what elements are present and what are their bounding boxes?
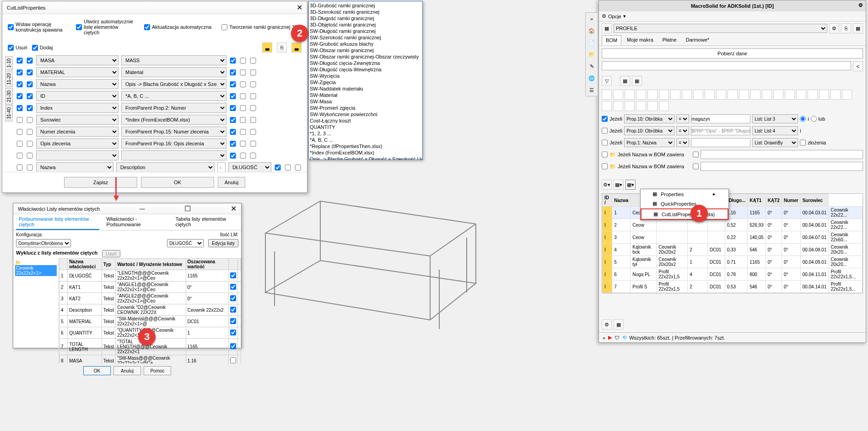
toolbar-icon[interactable] [762,90,772,100]
ctx-quickproperties[interactable]: ▦QuickProperties [641,199,728,208]
proplist-item[interactable]: *1, 2, 3 ... [310,130,421,137]
search-go-icon[interactable]: < [853,61,863,71]
row-name-select[interactable]: Nazwa [36,162,113,172]
list-icon[interactable]: ☰ [586,84,598,96]
tool-icon-2[interactable]: ⎘ [277,43,287,53]
row-chk[interactable] [230,330,236,335]
row-chk4[interactable] [239,81,247,87]
row-value-select[interactable]: FromParent Prop.2: Numer [121,103,226,113]
row-chk2[interactable] [26,58,33,64]
ms-title-bar[interactable]: MacroSolid for ADKSolid (1st.) [ID] ⚙ [599,0,866,11]
table-row[interactable]: 5MATERIALTekst"SW-Material@@@Ceownik 22x… [59,316,241,327]
row-chk5[interactable] [249,58,257,64]
row-chk4[interactable] [239,69,247,75]
toolbar-icon[interactable] [625,90,635,100]
row-value-select[interactable] [121,150,226,160]
table-row[interactable]: 2KĄT1Tekst"ANGLE1@@@Ceownik 22x22x2<1>@C… [59,282,241,293]
table-row[interactable]: 4DescriptionTekstCeownik "D2@Ceownik CEO… [59,304,241,316]
row-chk4[interactable] [239,117,247,123]
toolbar-icon[interactable] [647,90,658,100]
toolbar-icon[interactable] [625,101,635,111]
row-name-select[interactable]: MASA [36,55,119,65]
proplist-item[interactable]: *A, B, C ... [310,137,421,143]
toolbar-icon[interactable] [682,90,692,100]
row-chk[interactable] [16,117,23,123]
row-chk4[interactable] [239,141,247,147]
toolbar-icon[interactable] [613,101,623,111]
row-chk2[interactable] [26,69,33,75]
row-chk[interactable] [230,307,236,313]
toolbar-icon[interactable] [636,101,646,111]
f1-op[interactable]: = [676,114,689,123]
chevrons-icon[interactable]: » [586,13,598,25]
row-chk[interactable] [230,318,236,324]
opcje-gear-icon[interactable]: ⚙ [602,13,606,19]
folder-icon[interactable]: 📁 [586,48,598,60]
table-row[interactable]: 1DŁUGOŚĆTekst"LENGTH@@@Ceownik 22x22x2<1… [59,270,241,282]
toolbar-icon[interactable] [613,90,623,100]
toolbar-icon[interactable] [739,90,749,100]
toolbar-icon[interactable] [773,90,783,100]
row-name-select[interactable]: Opis zlecenia [36,138,119,149]
save-button[interactable]: Zapisz [64,177,137,188]
proplist-item[interactable]: 3D-Długość ramki granicznej [310,15,421,21]
row-value-select[interactable]: MASS [121,55,226,65]
table-props-icon[interactable]: ▦▾ [625,180,636,190]
home-icon[interactable]: 🏠 [586,25,598,37]
proplist-item[interactable]: SW-Masa [310,98,421,105]
table-row[interactable]: 8MASATekst"SW-Mass@@@Ceownik 22x22x2<1>@… [59,355,241,364]
gear-icon[interactable]: ⚙ [858,2,863,8]
proplist-item[interactable]: SW-Obszar ramki granicznej-Obszar rzeczy… [310,53,421,60]
row-chk3[interactable] [229,153,237,159]
ok-button[interactable]: OK [141,177,214,188]
row-chk2[interactable] [26,153,33,159]
proplist-item[interactable]: SW-Promień zgięcia [310,105,421,111]
opcje-label[interactable]: Opcje [608,14,621,19]
f1-rad-lub[interactable] [811,114,817,123]
row-chk3[interactable] [229,58,237,64]
close-icon[interactable]: ✕ [297,3,302,12]
row-chk5[interactable] [249,69,257,75]
row-chk[interactable] [230,357,236,363]
row-chk2[interactable] [26,105,33,111]
row-chk5[interactable] [249,105,257,111]
row-value-select[interactable]: Material [121,67,226,77]
chk-insert-weldment[interactable] [8,24,14,30]
proplist-item[interactable]: SW-Długość ramki granicznej [310,28,421,34]
row-name-select[interactable]: ID [36,91,119,101]
toolbar-icon[interactable] [670,90,680,100]
proplist-item[interactable]: SW-Obszar ramki granicznej [310,47,421,53]
footer-gear-icon[interactable]: ⚙ [602,319,612,330]
row-value-select[interactable]: *A, B, C ... [121,91,226,101]
edit-icon[interactable]: ✎ [586,60,598,72]
f3-prop[interactable]: Prop.1: Nazwa [624,138,674,147]
table-row[interactable]: 3KĄT2Tekst"ANGLE2@@@Ceownik 22x22x2<1>@C… [59,293,241,304]
f2-val[interactable] [691,126,750,135]
row-name-select[interactable]: Numer zlecenia [36,127,119,137]
f2-op[interactable]: = [676,126,689,135]
sw-edit-list-button[interactable]: Edycja listy [208,239,238,247]
chk-remove-col[interactable] [8,45,14,51]
proplist-item[interactable]: SW-Materiał [310,92,421,98]
row-chk5[interactable] [249,93,257,99]
proplist-item[interactable]: SW-Grubość arkusza blachy [310,41,421,47]
row-chk3[interactable] [229,129,237,135]
row-chk2[interactable] [26,93,33,99]
ms-copy-icon[interactable]: ⎘ [841,23,851,33]
sw-tree-item[interactable]: Ceownik 22x22x2<1> [15,265,57,276]
ms-settings-icon[interactable]: ⚙ [829,23,839,33]
nc1-input[interactable] [701,150,863,159]
toolbar-icon[interactable] [693,90,703,100]
row-chk3[interactable] [229,81,237,87]
sw-maximize-icon[interactable]: ☐ [184,204,191,213]
row-chk5[interactable] [249,81,257,87]
proplist-item[interactable]: SW-Szerokość ramki granicznej [310,34,421,41]
row-name-select[interactable]: Surowiec [36,115,119,125]
f2-prop[interactable]: Prop.10: Obróbka [624,126,674,135]
sw-tab-summary[interactable]: Podsumowanie listy elementów ciętych [16,214,99,230]
f1-list[interactable]: List: List 3 [752,114,798,123]
teamviewer-icon[interactable]: ⟲ [622,335,626,341]
chk-add-col[interactable] [32,45,38,51]
row-chk2[interactable] [26,165,33,170]
row-chk2[interactable] [26,81,33,87]
